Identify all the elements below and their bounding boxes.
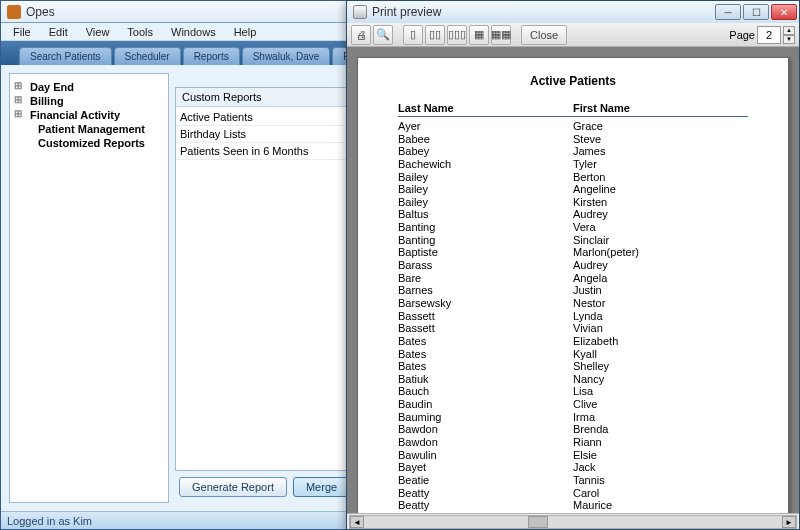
patient-table: Last Name First Name AyerGraceBabeeSteve… xyxy=(398,102,748,513)
table-row: BawulinElsie xyxy=(398,449,748,462)
table-row: BawdonRiann xyxy=(398,436,748,449)
cell-first: Darren xyxy=(573,512,748,513)
horizontal-scrollbar[interactable]: ◄ ► xyxy=(349,515,797,529)
window-buttons: ─ ☐ ✕ xyxy=(713,4,797,20)
menu-windows[interactable]: Windows xyxy=(163,24,224,40)
cell-first: Jack xyxy=(573,461,748,474)
cell-last: Baptiste xyxy=(398,246,573,259)
table-row: BawdonBrenda xyxy=(398,423,748,436)
tree-day-end[interactable]: Day End xyxy=(14,80,164,94)
cell-first: Kirsten xyxy=(573,196,748,209)
zoom-icon[interactable]: 🔍 xyxy=(373,25,393,45)
table-row: BayetJack xyxy=(398,461,748,474)
cell-last: Baudin xyxy=(398,398,573,411)
table-row: BachewichTyler xyxy=(398,158,748,171)
cell-first: Angela xyxy=(573,272,748,285)
table-row: BarassAudrey xyxy=(398,259,748,272)
preview-page: Active Patients Last Name First Name Aye… xyxy=(357,57,789,513)
table-row: BabeeSteve xyxy=(398,133,748,146)
tree-patient-management[interactable]: Patient Management xyxy=(14,122,164,136)
maximize-button[interactable]: ☐ xyxy=(743,4,769,20)
merge-button[interactable]: Merge xyxy=(293,477,350,497)
cell-last: Banting xyxy=(398,234,573,247)
status-text: Logged in as Kim xyxy=(7,515,92,527)
print-icon[interactable]: 🖨 xyxy=(351,25,371,45)
menu-view[interactable]: View xyxy=(78,24,118,40)
table-row: BareAngela xyxy=(398,272,748,285)
cell-first: Elsie xyxy=(573,449,748,462)
scroll-right-arrow[interactable]: ► xyxy=(782,516,796,528)
tab-1[interactable]: Scheduler xyxy=(114,47,181,65)
spin-down[interactable]: ▼ xyxy=(783,35,795,44)
cell-last: Bauch xyxy=(398,385,573,398)
four-page-icon[interactable]: ▦ xyxy=(469,25,489,45)
scroll-left-arrow[interactable]: ◄ xyxy=(350,516,364,528)
cell-last: Baltus xyxy=(398,208,573,221)
close-button[interactable]: ✕ xyxy=(771,4,797,20)
minimize-button[interactable]: ─ xyxy=(715,4,741,20)
menu-help[interactable]: Help xyxy=(226,24,265,40)
cell-first: Riann xyxy=(573,436,748,449)
toolbar-close-button[interactable]: Close xyxy=(521,25,567,45)
cell-last: Bates xyxy=(398,360,573,373)
tree-billing[interactable]: Billing xyxy=(14,94,164,108)
generate-report-button[interactable]: Generate Report xyxy=(179,477,287,497)
cell-last: Banting xyxy=(398,221,573,234)
cell-first: Nestor xyxy=(573,297,748,310)
report-tree-panel: Day EndBillingFinancial ActivityPatient … xyxy=(9,73,169,503)
page-spinner[interactable]: ▲▼ xyxy=(783,26,795,44)
page-number-input[interactable] xyxy=(757,26,781,44)
cell-first: Lisa xyxy=(573,385,748,398)
cell-last: Beatty xyxy=(398,499,573,512)
table-row: BaileyAngeline xyxy=(398,183,748,196)
cell-last: Batiuk xyxy=(398,373,573,386)
cell-first: Audrey xyxy=(573,259,748,272)
tree-customized-reports[interactable]: Customized Reports xyxy=(14,136,164,150)
cell-first: Carol xyxy=(573,487,748,500)
preview-titlebar[interactable]: Print preview ─ ☐ ✕ xyxy=(347,1,799,23)
print-preview-window: Print preview ─ ☐ ✕ 🖨 🔍 ▯ ▯▯ ▯▯▯ ▦ ▦▦ Cl… xyxy=(346,0,800,530)
table-row: BatesShelley xyxy=(398,360,748,373)
table-row: BatiukNancy xyxy=(398,373,748,386)
tab-0[interactable]: Search Patients xyxy=(19,47,112,65)
tab-3[interactable]: Shwaluk, Dave xyxy=(242,47,331,65)
cell-first: Justin xyxy=(573,284,748,297)
menu-tools[interactable]: Tools xyxy=(119,24,161,40)
cell-last: Babey xyxy=(398,145,573,158)
cell-first: Kyall xyxy=(573,348,748,361)
three-page-icon[interactable]: ▯▯▯ xyxy=(447,25,467,45)
six-page-icon[interactable]: ▦▦ xyxy=(491,25,511,45)
table-row: BaumingIrma xyxy=(398,411,748,424)
cell-last: Barsewsky xyxy=(398,297,573,310)
cell-last: Bawulin xyxy=(398,449,573,462)
spin-up[interactable]: ▲ xyxy=(783,26,795,35)
scroll-thumb[interactable] xyxy=(528,516,548,528)
preview-statusbar: ◄ ► xyxy=(347,513,799,529)
preview-title: Print preview xyxy=(372,5,441,19)
cell-first: Maurice xyxy=(573,499,748,512)
cell-first: Audrey xyxy=(573,208,748,221)
col-first-name: First Name xyxy=(573,102,748,114)
report-title: Active Patients xyxy=(398,74,748,88)
preview-surface[interactable]: Active Patients Last Name First Name Aye… xyxy=(347,47,799,513)
table-row: BaileyKirsten xyxy=(398,196,748,209)
table-row: AyerGrace xyxy=(398,120,748,133)
cell-first: Shelley xyxy=(573,360,748,373)
cell-first: Brenda xyxy=(573,423,748,436)
tree-financial-activity[interactable]: Financial Activity xyxy=(14,108,164,122)
cell-first: Nancy xyxy=(573,373,748,386)
two-page-icon[interactable]: ▯▯ xyxy=(425,25,445,45)
menu-file[interactable]: File xyxy=(5,24,39,40)
one-page-icon[interactable]: ▯ xyxy=(403,25,423,45)
cell-last: Bailey xyxy=(398,196,573,209)
table-row: BassettVivian xyxy=(398,322,748,335)
cell-last: Ayer xyxy=(398,120,573,133)
menu-edit[interactable]: Edit xyxy=(41,24,76,40)
cell-first: Sinclair xyxy=(573,234,748,247)
table-row: BeattyDarren xyxy=(398,512,748,513)
tab-2[interactable]: Reports xyxy=(183,47,240,65)
cell-last: Bare xyxy=(398,272,573,285)
cell-last: Barnes xyxy=(398,284,573,297)
table-row: BarnesJustin xyxy=(398,284,748,297)
cell-last: Bassett xyxy=(398,322,573,335)
